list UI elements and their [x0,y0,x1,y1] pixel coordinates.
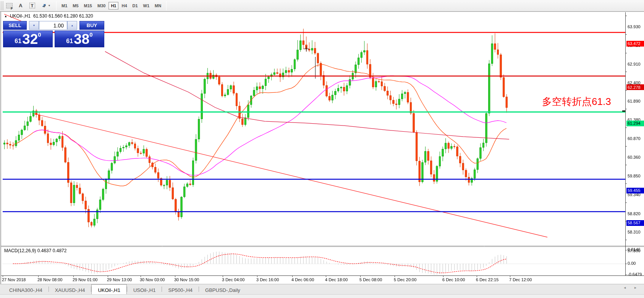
time-tick-label: 30 Nov 15:00 [174,277,199,282]
level-badge-63.472: 63.472 [626,41,644,47]
price-tick-label: 63.930 [628,24,641,29]
time-tick-label: 27 Nov 2018 [2,277,26,282]
sell-quote-prefix: 61 [15,37,21,45]
autoscroll-grid-icon[interactable]: F [5,2,14,10]
chinese-annotation: 多空转折点61.3 [542,95,611,108]
time-tick-label: 5 Dec 20:00 [394,277,416,282]
level-badge-61.294: 61.294 [626,121,644,126]
status-strip [0,294,644,298]
timeframe-button-d1[interactable]: D1 [130,2,140,10]
buy-quote-pip: 0 [89,32,92,37]
level-badge-58.567: 58.567 [626,220,644,226]
level-badge-59.455: 59.455 [626,188,644,193]
price-tick-label: 62.910 [628,62,641,66]
macd-indicator-label: MACD(12,26,9) 0.4637 0.4872 [4,248,66,253]
time-tick-label: 30 Nov 03:00 [140,277,165,282]
time-tick-label: 29 Nov 01:00 [73,277,97,282]
price-tick-label: 58.820 [628,211,641,216]
symbol-period-label: UKOil-,H1 [10,13,31,19]
time-tick-label: 4 Dec 06:00 [291,277,314,282]
dropdown-caret-icon[interactable]: ▼ [48,4,51,7]
chart-canvas[interactable] [1,12,644,284]
chart-tab-gbpusddaily[interactable]: GBPUSD-,Daily [199,284,246,294]
chart-tab-sp500h4[interactable]: SP500-,H4 [162,284,199,294]
timeframe-button-h1[interactable]: H1 [108,2,118,10]
chart-tab-bar: CHINA300-,H4XAUUSD-,H4UKOil-,H1USOil-,H1… [0,284,644,294]
macd-tick-label: 0.8146 [628,247,641,252]
chart-window: ▲ UKOil-,H1 61.530 61.560 61.280 61.320 … [0,11,644,284]
sell-quote-pip: 0 [38,32,41,37]
level-badge-62.278: 62.278 [626,84,644,90]
text-tool-icon[interactable]: T [28,2,37,10]
chart-tab-ukoilh1[interactable]: UKOil-,H1 [91,284,127,294]
time-tick-label: 29 Nov 13:00 [107,277,132,282]
time-tick-label: 3 Dec 04:00 [222,277,244,282]
volume-input[interactable]: 1.00 [39,21,67,30]
sell-quote-box[interactable]: 61 32 0 [3,31,53,47]
sell-quote-main: 32 [22,33,38,45]
toolbar-separator [56,1,57,10]
arrows-glyph [41,3,47,8]
time-tick-label: 6 Dec 22:15 [476,277,498,282]
toolbar-grip[interactable] [1,1,3,10]
timeframe-button-m30[interactable]: M30 [95,2,108,10]
time-tick-label: 5 Dec 08:00 [359,277,382,282]
price-tick-label: 61.890 [628,99,641,103]
price-tick-label: 58.310 [628,230,641,234]
tab-scroll-arrows[interactable]: ◂ ▸ [624,285,640,290]
timeframe-group: M1M5M15M30H1H4D1W1MN [59,2,164,10]
timeframe-button-w1[interactable]: W1 [141,2,152,10]
time-tick-label: 3 Dec 16:00 [256,277,279,282]
sell-button[interactable]: SELL [3,21,27,30]
timeframe-button-m1[interactable]: M1 [59,2,70,10]
time-tick-label: 7 Dec 12:00 [509,277,532,282]
price-tick-label: 60.360 [628,155,641,159]
buy-quote-box[interactable]: 61 38 0 [55,31,104,47]
timeframe-button-mn[interactable]: MN [152,2,163,10]
chart-title: ▲ UKOil-,H1 61.530 61.560 61.280 61.320 [4,13,93,19]
ohlc-values: 61.530 61.560 61.280 61.320 [33,13,93,19]
timeframe-button-m15[interactable]: M15 [82,2,94,10]
chart-tab-china300h4[interactable]: CHINA300-,H4 [3,284,49,294]
buy-quote-main: 38 [74,33,89,45]
buy-quote-prefix: 61 [66,37,73,45]
top-toolbar: F A T ▼ M1M5M15M30H1H4D1W1MN [0,0,644,11]
toolbar-separator [166,1,167,10]
volume-increase-button[interactable]: ▴ [67,21,77,30]
price-tick-label: 60.870 [628,136,641,141]
time-tick-label: 6 Dec 10:00 [442,277,465,282]
buy-button[interactable]: BUY [79,21,104,30]
chart-tab-usoilh1[interactable]: USOil-,H1 [127,284,162,294]
chart-tab-xauusdh4[interactable]: XAUUSD-,H4 [49,284,91,294]
timeframe-button-h4[interactable]: H4 [119,2,129,10]
volume-decrease-button[interactable]: ▾ [29,21,39,30]
mt4-application: F A T ▼ M1M5M15M30H1H4D1W1MN ▲ UKOil-,H1… [0,0,644,298]
price-tick-label: 59.850 [628,174,641,178]
macd-tick-label: 0.00 [628,261,636,266]
macd-tick-label: -0.6479 [628,272,642,277]
time-tick-label: 28 Nov 08:00 [37,277,62,282]
one-click-trading-panel: SELL ▾ 1.00 ▴ BUY 61 32 0 61 38 0 [3,21,104,48]
time-tick-label: 4 Dec 18:00 [325,277,348,282]
timeframe-button-m5[interactable]: M5 [70,2,81,10]
font-a-icon[interactable]: A [16,2,25,10]
arrows-tool-icon[interactable]: ▼ [39,2,53,10]
collapse-arrow-icon[interactable]: ▲ [4,14,7,18]
